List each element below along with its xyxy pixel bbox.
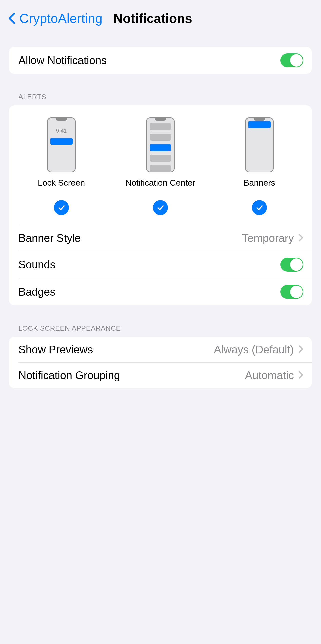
alert-option-notification-center[interactable]: Notification Center [111, 118, 210, 215]
banners-label: Banners [244, 178, 276, 188]
banners-checkmark-icon[interactable] [252, 200, 267, 215]
notification-grouping-value: Automatic [245, 369, 294, 382]
alerts-header: ALERTS [9, 93, 312, 106]
chevron-right-icon [298, 371, 304, 380]
allow-notifications-group: Allow Notifications [9, 47, 312, 74]
back-chevron-icon[interactable] [8, 13, 16, 24]
sounds-label: Sounds [18, 258, 56, 271]
sounds-toggle[interactable] [280, 258, 304, 272]
badges-label: Badges [18, 286, 56, 298]
notification-grouping-label: Notification Grouping [18, 369, 120, 382]
page-title: Notifications [114, 11, 192, 26]
allow-notifications-toggle[interactable] [280, 54, 304, 68]
notification-center-label: Notification Center [126, 178, 196, 188]
chevron-right-icon [298, 234, 304, 243]
allow-notifications-label: Allow Notifications [18, 54, 107, 67]
notification-grouping-row[interactable]: Notification Grouping Automatic [9, 363, 312, 388]
banners-preview-icon [245, 118, 274, 172]
lock-screen-label: Lock Screen [38, 178, 85, 188]
show-previews-label: Show Previews [18, 344, 93, 356]
nav-bar: CryptoAlerting Notifications [0, 0, 321, 34]
lock-screen-time: 9:41 [48, 128, 75, 134]
show-previews-row[interactable]: Show Previews Always (Default) [9, 337, 312, 362]
alert-option-lock-screen[interactable]: 9:41 Lock Screen [12, 118, 111, 215]
sounds-row[interactable]: Sounds [9, 251, 312, 278]
lock-screen-preview-icon: 9:41 [47, 118, 76, 172]
banner-style-row[interactable]: Banner Style Temporary [9, 226, 312, 251]
allow-notifications-row[interactable]: Allow Notifications [9, 47, 312, 74]
notification-center-checkmark-icon[interactable] [153, 200, 168, 215]
chevron-right-icon [298, 345, 304, 354]
badges-toggle[interactable] [280, 285, 304, 299]
alerts-options-row: 9:41 Lock Screen Notification Center [9, 106, 312, 225]
back-button-label[interactable]: CryptoAlerting [20, 11, 102, 26]
notification-center-preview-icon [146, 118, 175, 172]
badges-row[interactable]: Badges [9, 278, 312, 306]
banner-style-label: Banner Style [18, 232, 81, 244]
lock-screen-checkmark-icon[interactable] [54, 200, 69, 215]
lock-screen-appearance-header: LOCK SCREEN APPEARANCE [9, 324, 312, 337]
alert-option-banners[interactable]: Banners [210, 118, 309, 215]
banner-style-value: Temporary [242, 232, 294, 244]
lock-screen-appearance-group: Show Previews Always (Default) Notificat… [9, 337, 312, 388]
show-previews-value: Always (Default) [214, 344, 294, 356]
alerts-group: 9:41 Lock Screen Notification Center [9, 106, 312, 306]
